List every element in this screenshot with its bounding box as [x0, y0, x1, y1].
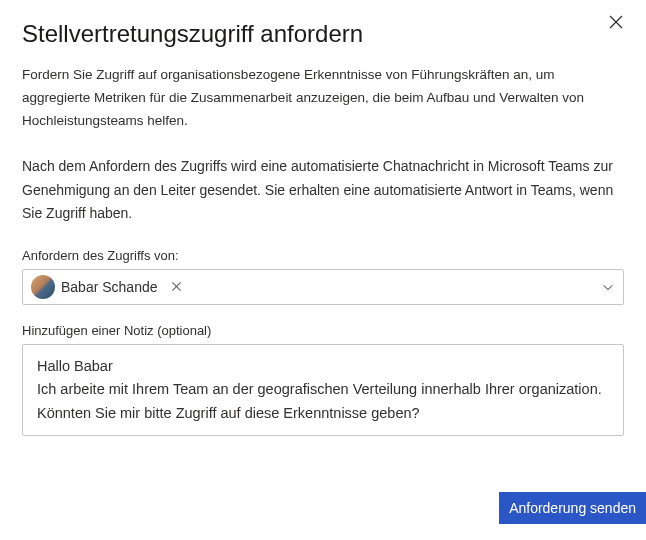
intro-text: Fordern Sie Zugriff auf organisationsbez…	[22, 64, 624, 133]
close-icon	[171, 278, 182, 296]
dialog-title: Stellvertretungszugriff anfordern	[22, 20, 624, 48]
avatar	[31, 275, 55, 299]
selected-person-name: Babar Schande	[61, 279, 158, 295]
remove-person-button[interactable]	[168, 278, 186, 296]
chevron-down-icon	[601, 280, 615, 294]
info-text: Nach dem Anfordern des Zugriffs wird ein…	[22, 155, 624, 226]
note-input[interactable]: Hallo Babar Ich arbeite mit Ihrem Team a…	[22, 344, 624, 436]
submit-button[interactable]: Anforderung senden	[499, 492, 646, 524]
note-label: Hinzufügen einer Notiz (optional)	[22, 323, 624, 338]
people-picker[interactable]: Babar Schande	[22, 269, 624, 305]
close-button[interactable]	[604, 12, 628, 36]
request-from-label: Anfordern des Zugriffs von:	[22, 248, 624, 263]
close-icon	[608, 14, 624, 34]
